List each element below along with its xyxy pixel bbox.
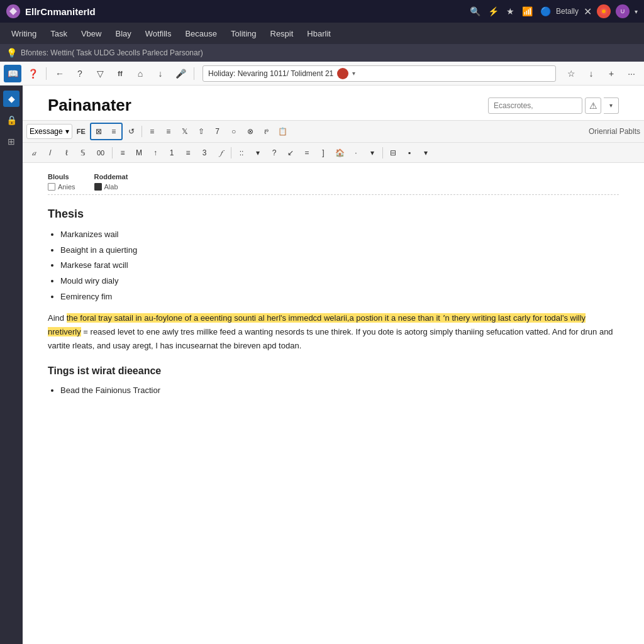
et2-sep3 [382,147,383,158]
et2-sw-button[interactable]: ↙ [283,145,298,160]
et2-square-button[interactable]: ▪ [402,145,417,160]
style-checkbox-alab[interactable]: Alab [94,183,128,191]
sidebar-icon-3[interactable]: ⊞ [3,133,19,150]
menu-because[interactable]: Because [179,26,223,41]
et-align1-button[interactable]: ≡ [145,124,160,139]
down-triangle-button[interactable]: ▽ [91,65,109,82]
search-dropdown-button[interactable]: ▾ [604,97,619,114]
list-item-3: Markese farat wcill [60,259,619,272]
home-button[interactable]: 📖 [4,65,21,82]
sidebar-icon-1[interactable]: ◆ [3,91,19,107]
sidebar-icon-2[interactable]: 🔒 [3,112,19,128]
menu-bar: Writing Task Vbew Blay Wotfills Because … [0,23,644,44]
menu-blay[interactable]: Blay [109,26,137,41]
bolt-icon[interactable]: ⚡ [488,6,499,16]
et2-a-button[interactable]: 𝑎 [26,145,42,160]
mic-button[interactable]: 🎤 [172,65,189,82]
style-checkbox-anies[interactable]: Anies [48,183,75,191]
et2-house-button[interactable]: 🏠 [332,145,347,160]
style-group-1-label: Blouls [48,173,75,180]
ff-button[interactable]: ff [111,65,129,82]
et-chain-button[interactable]: ⊗ [243,124,258,139]
main-layout: ◆ 🔒 ⊞ Painanater ⚠ ▾ Exessage ▾ FE [0,86,644,644]
plus-nav-button[interactable]: + [602,65,620,82]
close-button[interactable]: ✕ [584,6,592,18]
et2-bracket-button[interactable]: ] [316,145,331,160]
list-item-2: Beaight in a quierting [60,244,619,257]
heading-2: Tings ist wirat dieeance [48,363,619,379]
et2-m-button[interactable]: M [131,145,147,160]
et2-l-button[interactable]: ℓ [59,145,74,160]
et-fe-button[interactable]: FE [74,124,89,139]
app-logo-icon [6,4,20,18]
et2-minus-button[interactable]: ⊟ [386,145,401,160]
et2-1-button[interactable]: 1 [164,145,179,160]
star-icon[interactable]: ★ [506,6,514,16]
et2-dot-button[interactable]: · [348,145,364,160]
menu-task[interactable]: Task [44,26,74,41]
et-7-button[interactable]: 7 [210,124,225,139]
et2-eq-button[interactable]: = [299,145,314,160]
search-warning-button[interactable]: ⚠ [585,97,601,114]
top-bar: EllrCnmaniterId 🔍 ⚡ ★ 📶 🔵 Betally ✕ U ▾ [0,0,644,23]
et2-slash-button[interactable]: / [43,145,58,160]
style-group-2: Roddemat Alab [94,173,128,191]
style-select[interactable]: Exessage ▾ [26,124,72,139]
back-button[interactable]: ← [51,65,69,82]
et2-list-button[interactable]: ≡ [115,145,130,160]
et-up-button[interactable]: ⇧ [194,124,209,139]
user-chevron[interactable]: ▾ [635,8,638,15]
more-nav-button[interactable]: ··· [623,65,640,82]
et-circle-button[interactable]: ○ [226,124,242,139]
search-icon[interactable]: 🔍 [470,6,480,16]
menu-respit[interactable]: Respit [264,26,300,41]
et2-uparrow-button[interactable]: ↑ [148,145,163,160]
et2-s-button[interactable]: 𝕊 [75,145,91,160]
et-rope-button[interactable]: ↺ [124,124,139,139]
down-nav-button[interactable]: ↓ [582,65,600,82]
et-eq-button[interactable]: ≡ [106,124,121,139]
et2-down-button[interactable]: ▾ [250,145,265,160]
et2-cols-button[interactable]: :: [234,145,249,160]
down-arrow-button[interactable]: ↓ [152,65,169,82]
document-content: Thesis Markanizes wail Beaight in a quie… [48,205,619,397]
h2-list: Bead the Fainionus Tractior [60,384,619,397]
et2-f-button[interactable]: 𝑓 [213,145,228,160]
menu-wotfills[interactable]: Wotfills [139,26,178,41]
menu-vbew[interactable]: Vbew [75,26,108,41]
list-item-5: Eemirency fim [60,291,619,304]
et2-00-button[interactable]: 00 [92,145,109,160]
oriental-label: Orienrial Pablts [589,127,640,136]
doc-title: Painanater [48,96,482,115]
home2-button[interactable]: ⌂ [131,65,149,82]
et2-final-arrow-button[interactable]: ▾ [418,145,433,160]
betally-label: Betally [556,7,579,16]
et2-3-button[interactable]: 3 [197,145,212,160]
firefox-icon [597,4,611,18]
search-input[interactable] [488,97,582,114]
et2-q-button[interactable]: ? [267,145,282,160]
menu-toliting[interactable]: Toliting [225,26,262,41]
location-arrow[interactable]: ▾ [352,70,355,77]
bluetooth-icon[interactable]: 🔵 [540,6,551,16]
menu-writing[interactable]: Writing [5,26,43,41]
et2-sep2 [231,147,231,158]
star-nav-button[interactable]: ☆ [562,65,580,82]
location-avatar [337,68,348,79]
help-button[interactable]: ❓ [24,65,42,82]
et2-dot-arrow-button[interactable]: ▾ [365,145,380,160]
et-clipboard-button[interactable]: 📋 [275,124,291,139]
signal-icon[interactable]: 📶 [522,6,533,16]
et-bx-button[interactable]: ⊠ [91,124,106,139]
user-avatar[interactable]: U [616,4,630,18]
et2-lines-button[interactable]: ≡ [180,145,196,160]
query-button[interactable]: ? [71,65,89,82]
menu-hbarlit[interactable]: Hbarlit [301,26,337,41]
location-bar[interactable]: Holiday: Nevaring 1011/ Tolidment 21 ▾ [203,65,556,82]
styles-area: Blouls Anies Roddemat Alab [48,169,619,195]
editor-toolbar-row2: 𝑎 / ℓ 𝕊 00 ≡ M ↑ 1 ≡ 3 𝑓 :: ▾ ? ↙ = ] [23,142,644,162]
et-superscript-button[interactable]: ℓ⁹ [259,124,274,139]
et-align2-button[interactable]: ≡ [161,124,176,139]
breadcrumb-bar: 💡 Bfontes: Wettin( Task ULDG Jecolls Par… [0,44,644,62]
et-x-button[interactable]: 𝕏 [177,124,192,139]
